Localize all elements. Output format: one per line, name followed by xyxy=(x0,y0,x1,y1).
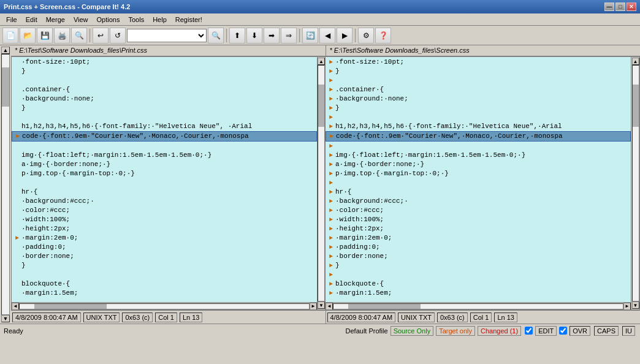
line-text: ·height:2px; xyxy=(21,224,316,233)
line-marker: ► xyxy=(327,215,335,224)
code-line: ►img·{·float:left;·margin:1.5em·1.5em·1.… xyxy=(326,151,631,160)
ovr-status: OVR xyxy=(570,326,590,336)
left-scroll-down[interactable]: ▼ xyxy=(1,315,10,322)
left-h-scrollbar[interactable]: ◄ ► xyxy=(12,302,317,309)
left-v-down[interactable]: ▼ xyxy=(318,301,325,309)
menu-view[interactable]: View xyxy=(70,14,92,25)
line-marker: ► xyxy=(327,76,335,85)
right-scroll-right[interactable]: ► xyxy=(623,303,631,310)
source-only-button[interactable]: Source Only xyxy=(390,326,434,336)
new-button[interactable]: 📄 xyxy=(2,28,18,44)
nav-right2-button[interactable]: ⇒ xyxy=(281,28,297,44)
right-v-up[interactable]: ▲ xyxy=(632,58,639,65)
code-line: ► ·height:2px; xyxy=(326,224,631,233)
right-scroll-left[interactable]: ◄ xyxy=(326,303,333,310)
line-text: } xyxy=(335,104,630,113)
left-hex: 0x63 (c) xyxy=(122,313,153,322)
right-ln: Ln 13 xyxy=(494,313,517,322)
edit-checkbox[interactable] xyxy=(559,327,567,335)
help-button[interactable]: ❓ xyxy=(375,28,391,44)
left-pane-content: ·font-size:·10pt;}.container·{ ·backgrou… xyxy=(12,57,317,302)
open-button[interactable]: 📂 xyxy=(20,28,36,44)
code-line: img·{·float:left;·margin:1.5em·1.5em·1.5… xyxy=(12,151,317,160)
line-text: ·border:none; xyxy=(335,252,630,261)
line-marker: ► xyxy=(327,252,335,261)
code-line: blockquote·{ xyxy=(12,279,317,289)
iu-status: IU xyxy=(622,326,635,336)
menu-register[interactable]: Register! xyxy=(172,14,206,25)
line-text: } xyxy=(21,67,316,76)
nav-up-button[interactable]: ⬆ xyxy=(229,28,245,44)
left-date: 4/8/2009 8:00:47 AM xyxy=(12,313,81,322)
code-line: ► ·color:#ccc; xyxy=(326,206,631,215)
window-controls: — □ ✕ xyxy=(604,2,636,11)
line-marker: ► xyxy=(327,67,335,76)
code-line: ►.container·{ xyxy=(326,85,631,94)
merge-left-button[interactable]: ◀ xyxy=(319,28,335,44)
changed-button[interactable]: Changed (1) xyxy=(478,326,521,336)
menu-merge[interactable]: Merge xyxy=(42,14,69,25)
code-line xyxy=(12,113,317,122)
redo-button[interactable]: ↺ xyxy=(110,28,126,44)
save-button[interactable]: 💾 xyxy=(37,28,53,44)
code-line: a·img·{·border:none;·} xyxy=(12,160,317,169)
right-v-down[interactable]: ▼ xyxy=(632,301,639,309)
code-line: ► ·border:none; xyxy=(326,252,631,261)
target-only-button[interactable]: Target only xyxy=(436,326,475,336)
separator-3 xyxy=(299,29,300,42)
close-button[interactable]: ✕ xyxy=(627,2,636,11)
sync-button[interactable]: 🔄 xyxy=(302,28,318,44)
code-line: ► ·margin:2em·0; xyxy=(12,233,317,243)
left-v-up[interactable]: ▲ xyxy=(318,58,325,65)
line-text: ·width:100%; xyxy=(21,215,316,224)
line-marker: ► xyxy=(327,197,335,206)
line-text: h1,h2,h3,h4,h5,h6·{·font-family:·"Helvet… xyxy=(335,122,630,131)
minimize-button[interactable]: — xyxy=(604,2,614,11)
code-line: ►} xyxy=(326,67,631,76)
menu-help[interactable]: Help xyxy=(149,14,170,25)
line-text: ·margin:2em·0; xyxy=(21,233,316,243)
line-text: hr·{ xyxy=(21,188,316,197)
maximize-button[interactable]: □ xyxy=(615,2,625,11)
print-button[interactable]: 🖨️ xyxy=(54,28,70,44)
menu-options[interactable]: Options xyxy=(93,14,124,25)
left-pane: ·font-size:·10pt;}.container·{ ·backgrou… xyxy=(12,57,317,309)
line-text: .container·{ xyxy=(335,85,630,94)
merge-right-button[interactable]: ▶ xyxy=(337,28,352,44)
left-scroll-thumb xyxy=(2,67,9,107)
title-bar: Print.css + Screen.css - Compare It! 4.2… xyxy=(0,0,640,13)
code-line: ► ·background:#ccc;· xyxy=(326,197,631,206)
nav-right-button[interactable]: ➡ xyxy=(264,28,280,44)
left-scroll-left[interactable]: ◄ xyxy=(12,303,19,310)
line-text: ·margin:1.5em; xyxy=(21,289,316,298)
right-v-scrollbar[interactable]: ▲ ▼ xyxy=(631,57,639,309)
code-line: ►} xyxy=(326,261,631,270)
menu-edit[interactable]: Edit xyxy=(22,14,41,25)
code-line: ·font-size:·10pt; xyxy=(12,58,317,67)
search-button[interactable]: 🔍 xyxy=(208,28,224,44)
line-marker: ► xyxy=(327,243,335,252)
undo-button[interactable]: ↩ xyxy=(93,28,109,44)
right-h-scrollbar[interactable]: ◄ ► xyxy=(326,302,631,309)
left-scroll-right[interactable]: ► xyxy=(310,303,317,310)
changed-checkbox[interactable] xyxy=(525,327,533,335)
line-marker: ► xyxy=(327,160,335,169)
menu-tools[interactable]: Tools xyxy=(124,14,148,25)
line-text: a·img·{·border:none;·} xyxy=(21,160,316,169)
line-text: h1,h2,h3,h4,h5,h6·{·font-family:·"Helvet… xyxy=(21,122,316,131)
find-files-button[interactable]: 🔍 xyxy=(71,28,87,44)
settings-button[interactable]: ⚙ xyxy=(358,28,374,44)
code-line: ► xyxy=(326,178,631,188)
line-text: p·img.top·{·margin-top:·0;·} xyxy=(21,169,316,178)
nav-down-button[interactable]: ⬇ xyxy=(246,28,262,44)
left-scroll-up[interactable]: ▲ xyxy=(1,47,10,54)
code-line: ·margin:1.5em; xyxy=(12,289,317,298)
line-text: ·background:·none; xyxy=(335,94,630,104)
line-text: img·{·float:left;·margin:1.5em·1.5em·1.5… xyxy=(335,151,630,160)
menu-file[interactable]: File xyxy=(2,14,21,25)
left-v-scrollbar[interactable]: ▲ ▼ xyxy=(317,57,326,309)
code-line: ►h1,h2,h3,h4,h5,h6·{·font-family:·"Helve… xyxy=(326,122,631,131)
line-text: img·{·float:left;·margin:1.5em·1.5em·1.5… xyxy=(21,151,316,160)
edit-button[interactable]: EDIT xyxy=(535,326,557,336)
profile-dropdown[interactable] xyxy=(127,29,207,42)
